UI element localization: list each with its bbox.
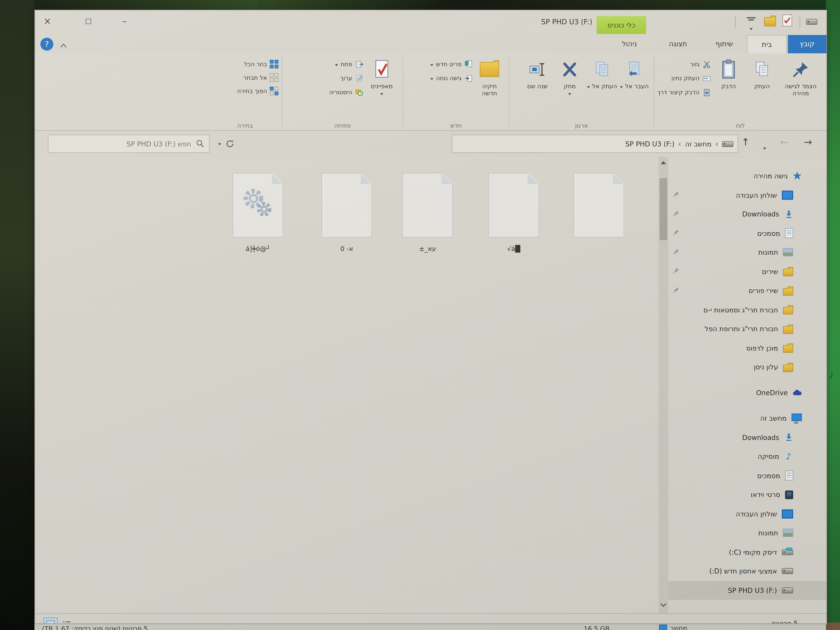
scroll-up-icon[interactable]	[661, 161, 666, 164]
drive-tools-context-label: כלי כוננים	[597, 16, 646, 34]
file-item[interactable]: ±_עא	[402, 173, 453, 253]
tab-home[interactable]: בית	[747, 35, 787, 53]
chevron-icon[interactable]: ‹	[678, 139, 681, 148]
scroll-down-icon[interactable]	[660, 603, 666, 607]
properties-icon	[365, 58, 399, 81]
edit-icon	[355, 74, 364, 83]
folder-icon	[783, 365, 793, 372]
new-folder-button[interactable]: תיקיה חדשה	[473, 57, 505, 119]
sidebar-item-pictures[interactable]: תמונות	[668, 243, 826, 262]
ribbon-group-new: תיקיה חדשה פריט חדש	[403, 53, 509, 131]
sidebar-item-desktop[interactable]: שולחן העבודה	[668, 504, 826, 523]
desktop-icon	[782, 509, 793, 518]
delete-button[interactable]: מחק	[553, 57, 586, 119]
ribbon: הצמד לגישה מהירה העתק הדבק	[35, 53, 826, 131]
drive-icon	[782, 587, 793, 593]
content-area: á]╪ó@┘ 0 ‑א ±_עא √á█	[35, 157, 826, 613]
gears-icon	[240, 185, 276, 221]
sidebar-item-folder[interactable]: מוכן לדפוס	[668, 338, 826, 358]
sidebar-item-documents[interactable]: מסמכים	[668, 224, 826, 243]
sidebar-item-desktop[interactable]: שולחן העבודה	[668, 186, 826, 205]
sidebar-item-downloads[interactable]: Downloads	[668, 428, 826, 447]
sidebar-item-folder[interactable]: שירים	[668, 262, 826, 281]
properties-button[interactable]: מאפיינים	[364, 57, 399, 119]
file-item[interactable]: 0 ‑א	[321, 173, 373, 253]
close-button[interactable]: ×	[39, 14, 55, 28]
breadcrumb-root[interactable]: מחשב זה	[685, 140, 711, 148]
maximize-button[interactable]: □	[80, 14, 96, 28]
file-name: á]╪ó@┘	[232, 245, 284, 253]
address-dropdown-icon[interactable]	[218, 143, 221, 145]
drive-icon	[782, 568, 793, 574]
back-button[interactable]: →	[804, 136, 812, 148]
copy-button[interactable]: העתק	[746, 57, 778, 119]
film-icon	[785, 491, 793, 499]
chevron-icon[interactable]: ‹	[715, 139, 718, 148]
folder-icon	[783, 269, 793, 276]
invert-selection-button[interactable]: הפוך בחירה	[212, 87, 278, 95]
sidebar-item-quick-access[interactable]: גישה מהירה	[668, 166, 826, 186]
file-item[interactable]: á]╪ó@┘	[232, 173, 284, 253]
pin-icon	[673, 210, 680, 218]
tab-file[interactable]: קובץ	[788, 35, 826, 53]
sidebar-scrollbar[interactable]	[658, 157, 668, 613]
refresh-icon[interactable]	[226, 139, 234, 148]
sidebar-item-storage-d[interactable]: אמצעי אחסון חדש (D:)	[668, 562, 826, 581]
new-item-button[interactable]: פריט חדש	[409, 60, 473, 69]
sidebar-item-sp-phd-u3-f[interactable]: SP PHD U3 (F:)	[668, 581, 826, 600]
file-icon	[488, 173, 539, 237]
easy-access-button[interactable]: גישה נוחה	[409, 74, 473, 83]
copy-to-button[interactable]: העתק אל	[586, 57, 618, 119]
open-button[interactable]: פתח	[294, 60, 364, 69]
scrollbar-thumb[interactable]	[660, 178, 667, 240]
sidebar-item-this-pc[interactable]: מחשב זה	[668, 409, 826, 428]
breadcrumb-current[interactable]: SP PHD U3 (F:)	[625, 140, 674, 148]
sidebar-item-folder[interactable]: חבורת תרי"ג וסמטאות י-ם	[668, 300, 826, 319]
cut-button[interactable]: גזור	[651, 60, 711, 69]
forward-button[interactable]: ←	[780, 136, 788, 148]
sidebar-item-local-disk-c[interactable]: דיסק מקומי (C:)	[668, 543, 826, 562]
qat-new-folder-button[interactable]	[764, 15, 776, 29]
sidebar-item-onedrive[interactable]: OneDrive	[668, 383, 826, 402]
ribbon-group-open: מאפיינים פתח ערוך	[282, 53, 403, 131]
search-input[interactable]	[53, 139, 192, 148]
help-icon[interactable]: ?	[40, 38, 53, 51]
edit-button[interactable]: ערוך	[294, 74, 364, 83]
tab-share[interactable]: שיתוף	[703, 35, 746, 53]
tab-view[interactable]: תצוגה	[654, 35, 702, 53]
qat-properties-button[interactable]	[782, 14, 792, 28]
sidebar-item-folder[interactable]: עלון ניסן	[668, 358, 826, 377]
sidebar-item-videos[interactable]: סרטי וידאו	[668, 485, 826, 504]
up-button[interactable]: ↑	[742, 136, 750, 148]
paste-button[interactable]: הדבק	[711, 57, 746, 119]
sidebar-item-downloads[interactable]: Downloads	[668, 205, 826, 224]
sidebar-item-pictures[interactable]: תמונות	[668, 523, 826, 543]
address-bar[interactable]: SP PHD U3 (F:) ‹ מחשב זה ‹	[452, 135, 738, 153]
copy-path-button[interactable]: העתק נתיב	[651, 74, 711, 83]
collapse-ribbon-icon[interactable]	[60, 40, 67, 51]
file-item[interactable]: √á█	[488, 173, 540, 253]
scissors-icon	[702, 60, 711, 69]
recent-locations-icon[interactable]	[763, 142, 766, 152]
history-button[interactable]: היסטוריה	[294, 88, 364, 97]
sidebar-item-folder[interactable]: שירי פורים	[668, 281, 826, 300]
ribbon-tabs: קובץ בית שיתוף תצוגה ניהול ?	[35, 35, 826, 53]
window-drive-icon	[806, 17, 817, 27]
star-icon	[793, 171, 802, 180]
rename-button[interactable]: שנה שם	[521, 57, 553, 119]
sidebar-item-music[interactable]: ♪ מוסיקה	[668, 447, 826, 466]
paste-shortcut-button[interactable]: הדבק קיצור דרך	[651, 88, 711, 97]
select-none-button[interactable]: אל תבחר	[212, 73, 278, 82]
file-item[interactable]	[573, 173, 625, 245]
sidebar-item-folder[interactable]: חבורת תרי"ג ותרופת הפל	[668, 319, 826, 338]
move-to-button[interactable]: העבר אל	[618, 57, 651, 119]
select-all-button[interactable]: בחר הכל	[212, 60, 278, 68]
search-box[interactable]	[48, 135, 209, 153]
pin-to-quick-access-button[interactable]: הצמד לגישה מהירה	[778, 57, 823, 119]
minimize-button[interactable]: –	[116, 14, 133, 28]
file-name: √á█	[488, 245, 540, 253]
tab-manage[interactable]: ניהול	[606, 35, 653, 53]
background-music-note: ♪	[673, 0, 677, 8]
sidebar-item-documents[interactable]: מסמכים	[668, 466, 826, 485]
qat-customize-button[interactable]	[747, 16, 756, 32]
